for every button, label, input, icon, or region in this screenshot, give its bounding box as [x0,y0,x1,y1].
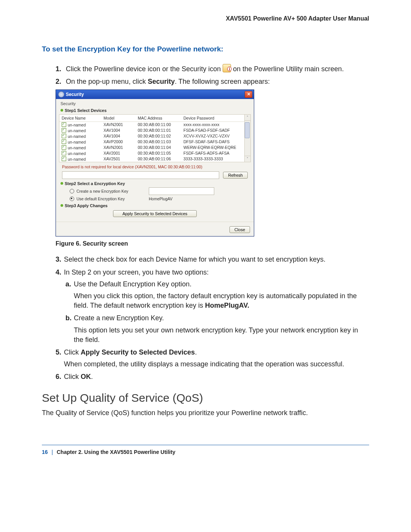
window-titlebar[interactable]: Security ✕ [56,90,254,99]
step-2-bold: Security [148,78,175,85]
row-checkbox[interactable] [62,151,66,155]
label-create-key: Create a new Encryption Key [76,189,149,193]
table-header: Device Name Model MAC Address Device Pas… [59,115,245,122]
table-row[interactable]: un-namedXAVN200100:30:AB:00:11:00xxxx-xx… [59,122,245,128]
figure-security-screen: Security ✕ Security Step1 Select Devices… [56,89,369,236]
table-row[interactable]: un-namedXAV250100:30:AB:00:11:063333-333… [59,156,245,162]
figure-caption: Figure 6. Security screen [56,240,369,247]
step-3: 3.Select the check box for each Device N… [56,255,369,264]
apply-security-button[interactable]: Apply Security to Selected Devices [113,210,197,217]
step-4: 4.In Step 2 on your screen, you have two… [56,268,369,345]
security-lock-icon [223,64,231,72]
step-4a-explain: When you click this option, the factory … [74,291,369,310]
window-close-button[interactable]: ✕ [245,91,252,98]
step-2-text-b: . The following screen appears: [175,78,270,85]
step3-label: Step3 Apply Changes [61,203,251,208]
step-4b-explain: This option lets you set your own networ… [74,326,369,345]
footer-separator [42,445,369,445]
step-1-text-b: on the Powerline Utility main screen. [233,65,344,73]
procedure-list: 1. Click the Powerline device icon or th… [42,64,369,86]
table-row[interactable]: un-namedXAVP200000:30:AB:00:11:03DFSF-SD… [59,139,245,145]
new-key-input[interactable] [149,187,214,195]
page-number: 16 [42,449,48,455]
radio-default-key[interactable] [70,197,74,201]
scroll-up-icon[interactable]: ˄ [245,115,250,121]
step-2-text-a: On the pop-up menu, click [66,78,148,85]
menu-security[interactable]: Security [61,101,251,106]
col-device-name[interactable]: Device Name [62,116,104,120]
col-mac[interactable]: MAC Address [138,116,183,120]
label-default-key: Use default Encryption Key [76,197,149,201]
scrollbar[interactable]: ˄ ˅ [244,115,250,162]
scroll-thumb[interactable] [245,122,250,138]
chapter-label: Chapter 2. Using the XAV5501 Powerline U… [57,449,175,455]
step-4b: b.Create a new Encryption Key. This opti… [65,313,369,345]
footer: 16 | Chapter 2. Using the XAV5501 Powerl… [42,449,369,455]
table-row[interactable]: un-namedXAV100400:30:AB:00:11:01FSDA-FSA… [59,128,245,133]
col-model[interactable]: Model [104,116,138,120]
step-1-text-a: Click the Powerline device icon or the S… [66,65,221,73]
default-key-value: HomePlugAV [149,197,172,201]
step-5-explain: When completed, the utility displays a m… [64,359,369,369]
step-2: 2. On the pop-up menu, click Security. T… [56,77,369,86]
bullet-icon [61,204,63,207]
password-note: Password is not required for local devic… [62,165,249,169]
radio-create-key[interactable] [70,189,74,193]
row-checkbox[interactable] [62,157,66,161]
step-5: 5.Click Apply Security to Selected Devic… [56,348,369,369]
gear-icon [58,91,64,97]
scroll-down-icon[interactable]: ˅ [245,156,250,162]
table-row[interactable]: un-namedXAV100400:30:AB:00:11:02XCVV-XVX… [59,133,245,139]
close-button[interactable]: Close [229,226,250,233]
step-1: 1. Click the Powerline device icon or th… [56,64,369,74]
bullet-icon [61,182,63,185]
devices-table: Device Name Model MAC Address Device Pas… [59,114,251,162]
step2-label: Step2 Select a Encryption Key [61,181,251,186]
window-title: Security [66,92,84,97]
col-password[interactable]: Device Password [183,116,242,120]
password-input[interactable] [62,171,219,179]
step1-label: Step1 Select Devices [61,108,251,113]
row-checkbox[interactable] [62,139,66,144]
row-checkbox[interactable] [62,134,66,138]
qos-body: The Quality of Service (QoS) function he… [42,408,369,418]
row-checkbox[interactable] [62,122,66,127]
step-6: 6.Click OK. [56,372,369,382]
security-window: Security ✕ Security Step1 Select Devices… [56,89,254,236]
step-4a: a.Use the Default Encryption Key option.… [65,280,369,311]
bullet-icon [61,109,63,112]
section-heading: To set the Encryption Key for the Powerl… [42,45,369,53]
document-header: XAV5501 Powerline AV+ 500 Adapter User M… [42,15,369,22]
section-qos-heading: Set Up Quality of Service (QoS) [42,391,369,404]
procedure-list-continued: 3.Select the check box for each Device N… [42,255,369,382]
row-checkbox[interactable] [62,145,66,150]
table-row[interactable]: un-namedXAV200100:30:AB:00:11:05FSDF-SAF… [59,150,245,156]
row-checkbox[interactable] [62,128,66,133]
refresh-button[interactable]: Refresh [223,172,248,179]
table-row[interactable]: un-namedXAVN200100:30:AB:00:11:04WERW-EQ… [59,145,245,150]
